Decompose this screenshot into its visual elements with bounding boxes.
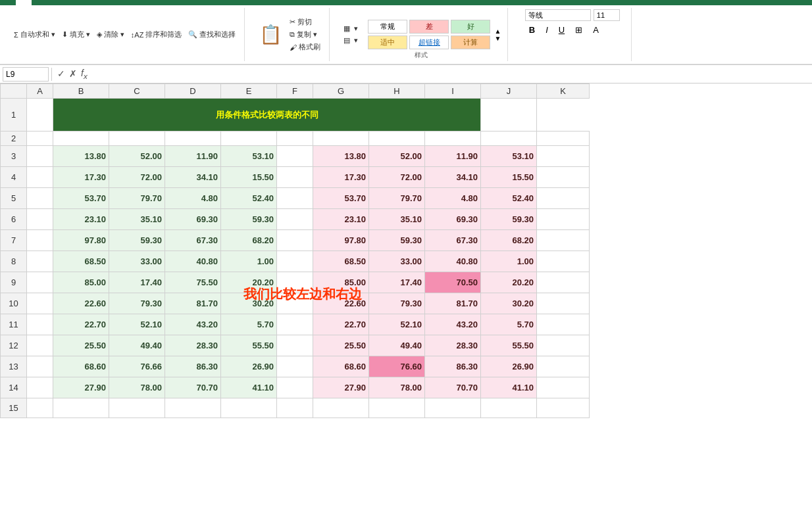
cell-left-9-0[interactable]: 85.00 bbox=[53, 272, 109, 293]
cell-left-6-0[interactable]: 23.10 bbox=[53, 209, 109, 230]
cell-left-13-2[interactable]: 86.30 bbox=[165, 356, 221, 377]
cross-icon[interactable]: ✗ bbox=[69, 68, 77, 79]
cell-A7[interactable] bbox=[27, 230, 53, 251]
cell-15-8[interactable] bbox=[425, 398, 481, 418]
cell-right-3-1[interactable]: 52.00 bbox=[369, 146, 425, 167]
cell-A12[interactable] bbox=[27, 335, 53, 356]
cell-right-10-0[interactable]: 22.60 bbox=[313, 293, 369, 314]
col-header-E[interactable]: E bbox=[221, 84, 277, 99]
cell-15-1[interactable] bbox=[53, 398, 109, 418]
cell-A11[interactable] bbox=[27, 314, 53, 335]
format-brush-button[interactable]: 🖌 格式刷 bbox=[288, 41, 322, 53]
cell-F5[interactable] bbox=[277, 188, 313, 209]
cell-left-11-0[interactable]: 22.70 bbox=[53, 314, 109, 335]
cell-15-2[interactable] bbox=[109, 398, 165, 418]
col-header-J[interactable]: J bbox=[481, 84, 537, 99]
cell-left-11-3[interactable]: 5.70 bbox=[221, 314, 277, 335]
cell-left-13-1[interactable]: 76.66 bbox=[109, 356, 165, 377]
cut-button[interactable]: ✂ 剪切 bbox=[288, 16, 322, 28]
cell-right-7-0[interactable]: 97.80 bbox=[313, 230, 369, 251]
fill-color-button[interactable]: A bbox=[589, 24, 603, 36]
fx-icon[interactable]: fx bbox=[81, 68, 88, 80]
cell-left-3-3[interactable]: 53.10 bbox=[221, 146, 277, 167]
copy-button[interactable]: ⧉ 复制 ▾ bbox=[288, 29, 322, 40]
font-name-input[interactable] bbox=[525, 9, 591, 21]
cell-right-6-0[interactable]: 23.10 bbox=[313, 209, 369, 230]
col-header-C[interactable]: C bbox=[109, 84, 165, 99]
cell-G2[interactable] bbox=[313, 132, 369, 146]
cell-left-3-2[interactable]: 11.90 bbox=[165, 146, 221, 167]
cell-left-12-2[interactable]: 28.30 bbox=[165, 335, 221, 356]
col-header-B[interactable]: B bbox=[53, 84, 109, 99]
cell-K8[interactable] bbox=[537, 251, 590, 272]
cell-right-4-3[interactable]: 15.50 bbox=[481, 167, 537, 188]
cell-left-4-2[interactable]: 34.10 bbox=[165, 167, 221, 188]
cell-right-11-2[interactable]: 43.20 bbox=[425, 314, 481, 335]
cell-K9[interactable] bbox=[537, 272, 590, 293]
cell-A13[interactable] bbox=[27, 356, 53, 377]
paste-button[interactable]: 📋 bbox=[257, 22, 285, 47]
cell-right-8-2[interactable]: 40.80 bbox=[425, 251, 481, 272]
formula-input[interactable] bbox=[93, 68, 809, 80]
cell-right-4-1[interactable]: 72.00 bbox=[369, 167, 425, 188]
cell-15-0[interactable] bbox=[27, 398, 53, 418]
tab-insert[interactable] bbox=[32, 0, 47, 5]
cell-left-11-2[interactable]: 43.20 bbox=[165, 314, 221, 335]
cell-F2[interactable] bbox=[277, 132, 313, 146]
cell-D2[interactable] bbox=[165, 132, 221, 146]
cell-K7[interactable] bbox=[537, 230, 590, 251]
cell-A14[interactable] bbox=[27, 377, 53, 398]
cell-right-4-0[interactable]: 17.30 bbox=[313, 167, 369, 188]
cell-left-4-3[interactable]: 15.50 bbox=[221, 167, 277, 188]
cell-left-14-3[interactable]: 41.10 bbox=[221, 377, 277, 398]
cell-right-6-2[interactable]: 69.30 bbox=[425, 209, 481, 230]
cell-reference-box[interactable] bbox=[3, 67, 49, 82]
cell-F12[interactable] bbox=[277, 335, 313, 356]
cell-right-14-3[interactable]: 41.10 bbox=[481, 377, 537, 398]
cell-right-6-1[interactable]: 35.10 bbox=[369, 209, 425, 230]
cell-right-14-0[interactable]: 27.90 bbox=[313, 377, 369, 398]
styles-scroll-up[interactable]: ▲ bbox=[494, 28, 501, 35]
cell-left-9-3[interactable]: 20.20 bbox=[221, 272, 277, 293]
conditional-format-button[interactable]: ▦ ▾ bbox=[342, 24, 360, 34]
cell-left-6-3[interactable]: 59.30 bbox=[221, 209, 277, 230]
cell-left-5-3[interactable]: 52.40 bbox=[221, 188, 277, 209]
cell-right-8-3[interactable]: 1.00 bbox=[481, 251, 537, 272]
cell-F10[interactable] bbox=[277, 293, 313, 314]
cell-K10[interactable] bbox=[537, 293, 590, 314]
cell-left-14-2[interactable]: 70.70 bbox=[165, 377, 221, 398]
cell-F13[interactable] bbox=[277, 356, 313, 377]
cell-left-13-3[interactable]: 26.90 bbox=[221, 356, 277, 377]
cell-right-14-1[interactable]: 78.00 bbox=[369, 377, 425, 398]
cell-K12[interactable] bbox=[537, 335, 590, 356]
cell-right-7-2[interactable]: 67.30 bbox=[425, 230, 481, 251]
style-calc[interactable]: 计算 bbox=[451, 36, 490, 49]
cell-left-5-1[interactable]: 79.70 bbox=[109, 188, 165, 209]
styles-scroll-down[interactable]: ▼ bbox=[494, 35, 501, 42]
cell-K11[interactable] bbox=[537, 314, 590, 335]
cell-right-3-0[interactable]: 13.80 bbox=[313, 146, 369, 167]
cell-left-13-0[interactable]: 68.60 bbox=[53, 356, 109, 377]
cell-left-7-2[interactable]: 67.30 bbox=[165, 230, 221, 251]
cell-left-8-0[interactable]: 68.50 bbox=[53, 251, 109, 272]
cell-left-7-0[interactable]: 97.80 bbox=[53, 230, 109, 251]
col-header-K[interactable]: K bbox=[537, 84, 590, 99]
cell-15-7[interactable] bbox=[369, 398, 425, 418]
border-button[interactable]: ⊞ bbox=[571, 24, 586, 36]
cell-K2[interactable] bbox=[537, 132, 590, 146]
cell-A1[interactable] bbox=[27, 99, 53, 132]
cell-right-9-3[interactable]: 20.20 bbox=[481, 272, 537, 293]
cell-F6[interactable] bbox=[277, 209, 313, 230]
cell-A3[interactable] bbox=[27, 146, 53, 167]
cell-right-12-2[interactable]: 28.30 bbox=[425, 335, 481, 356]
cell-F7[interactable] bbox=[277, 230, 313, 251]
cell-15-6[interactable] bbox=[313, 398, 369, 418]
cell-right-3-3[interactable]: 53.10 bbox=[481, 146, 537, 167]
cell-right-3-2[interactable]: 11.90 bbox=[425, 146, 481, 167]
cell-left-10-2[interactable]: 81.70 bbox=[165, 293, 221, 314]
cell-right-4-2[interactable]: 34.10 bbox=[425, 167, 481, 188]
cell-right-5-0[interactable]: 53.70 bbox=[313, 188, 369, 209]
cell-15-5[interactable] bbox=[277, 398, 313, 418]
cell-left-5-2[interactable]: 4.80 bbox=[165, 188, 221, 209]
cell-left-10-3[interactable]: 30.20 bbox=[221, 293, 277, 314]
